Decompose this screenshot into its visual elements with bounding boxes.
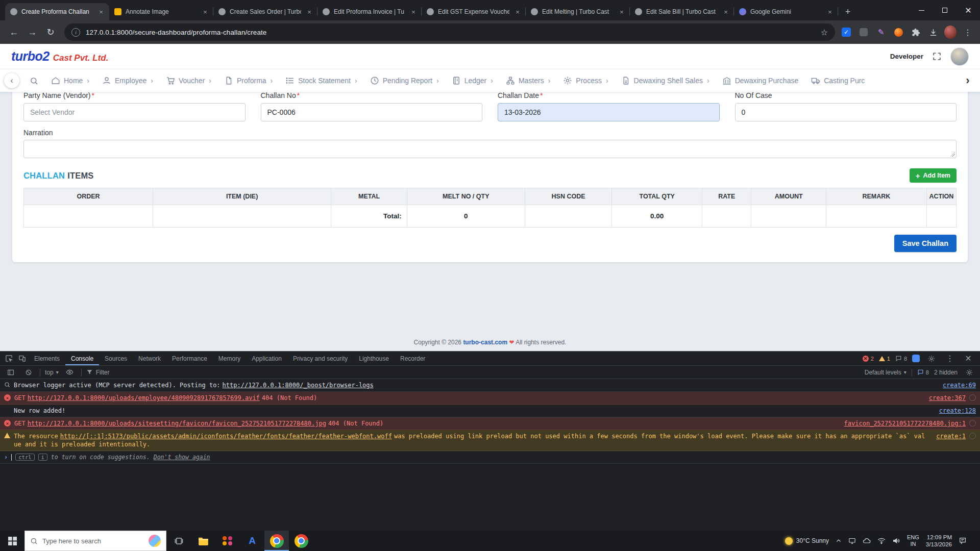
nav-scroll-left-icon[interactable]: ‹: [4, 73, 19, 88]
console-url-link[interactable]: http://127.0.0.1:8000/uploads/sitesettin…: [28, 420, 326, 427]
console-url-link[interactable]: http://127.0.0.1:8000/_boost/browser-log…: [223, 382, 374, 389]
hidden-messages-label[interactable]: 2 hidden: [934, 369, 958, 376]
devtools-tab-memory[interactable]: Memory: [213, 352, 246, 365]
console-source-link[interactable]: favicon_2527521051772278480.jpg:1: [837, 419, 966, 428]
browser-tab[interactable]: Edit Sale Bill | Turbo Cast ×: [630, 3, 734, 20]
log-levels-dropdown[interactable]: Default levels▾: [865, 369, 906, 376]
profile-avatar[interactable]: [944, 26, 957, 38]
console-filter-input[interactable]: Filter: [86, 369, 219, 376]
narration-textarea[interactable]: [23, 140, 957, 158]
cloud-tray-icon[interactable]: [863, 537, 871, 545]
wifi-tray-icon[interactable]: [877, 537, 886, 545]
tab-close-icon[interactable]: ×: [618, 8, 626, 16]
browser-menu-icon[interactable]: ⋮: [962, 26, 974, 38]
devtools-tab-performance[interactable]: Performance: [166, 352, 213, 365]
console-url-link[interactable]: http://[::1]:5173/public/assets/admin/ic…: [60, 433, 392, 440]
ai-assist-icon[interactable]: [969, 394, 976, 401]
extensions-puzzle-icon[interactable]: [910, 26, 922, 38]
nav-item-stock-statement[interactable]: Stock Statement›: [285, 76, 357, 85]
nav-item-home[interactable]: Home›: [51, 76, 89, 85]
devtools-tab-console[interactable]: Console: [65, 352, 99, 365]
company-logo[interactable]: turbo2 Cast Pvt. Ltd.: [11, 49, 108, 64]
volume-tray-icon[interactable]: [892, 537, 900, 545]
taskbar-search-input[interactable]: Type here to search: [24, 531, 166, 551]
tab-close-icon[interactable]: ×: [826, 8, 834, 16]
devtools-tab-network[interactable]: Network: [133, 352, 166, 365]
console-settings-icon[interactable]: [963, 366, 976, 379]
inspect-element-icon[interactable]: [2, 352, 15, 365]
browser-tab[interactable]: Edit GST Expense Vouche ×: [422, 3, 526, 20]
tab-close-icon[interactable]: ×: [513, 8, 522, 16]
address-bar[interactable]: i 127.0.0.1:8000/secure-dashboard/profor…: [64, 23, 835, 41]
error-count-badge[interactable]: ✕2: [863, 356, 874, 362]
devtools-tab-application[interactable]: Application: [246, 352, 287, 365]
pencil-extension-icon[interactable]: ✎: [875, 26, 887, 38]
party-vendor-select[interactable]: Select Vendor: [23, 103, 246, 121]
devtools-settings-icon[interactable]: [925, 352, 938, 365]
maximize-button[interactable]: [933, 0, 957, 20]
chrome-active-button[interactable]: [264, 531, 289, 551]
tab-close-icon[interactable]: ×: [305, 8, 313, 16]
search-highlight-icon[interactable]: [149, 535, 161, 547]
save-challan-button[interactable]: Save Challan: [894, 235, 957, 252]
nav-search-icon[interactable]: [30, 77, 38, 85]
challan-date-input[interactable]: 13-03-2026: [498, 103, 720, 121]
console-source-link[interactable]: create:128: [932, 407, 976, 415]
orange-extension-icon[interactable]: [892, 26, 904, 38]
nav-item-ledger[interactable]: Ledger›: [452, 76, 493, 85]
nav-item-voucher[interactable]: Voucher›: [166, 76, 211, 85]
ai-assist-icon[interactable]: [969, 420, 976, 427]
user-avatar[interactable]: [950, 47, 969, 66]
devtools-tab-lighthouse[interactable]: Lighthouse: [353, 352, 395, 365]
issues-toolbar-badge[interactable]: 8: [917, 369, 929, 375]
url-text[interactable]: 127.0.0.1:8000/secure-dashboard/proforma…: [86, 29, 815, 36]
monitor-tray-icon[interactable]: [848, 537, 856, 545]
minimize-button[interactable]: [910, 0, 933, 20]
tab-close-icon[interactable]: ×: [97, 8, 105, 16]
warning-count-badge[interactable]: 1: [879, 356, 890, 362]
console-source-link[interactable]: create:69: [936, 381, 976, 389]
no-of-case-input[interactable]: 0: [735, 103, 957, 121]
devtools-extension-icon[interactable]: [912, 355, 920, 362]
console-source-link[interactable]: create:367: [922, 394, 966, 402]
new-tab-button[interactable]: +: [840, 4, 855, 19]
office-hub-button[interactable]: [215, 531, 240, 551]
browser-tab[interactable]: Annotate Image ×: [109, 3, 213, 20]
file-explorer-button[interactable]: [191, 531, 215, 551]
pinned-app-a-button[interactable]: A: [240, 531, 264, 551]
browser-tab[interactable]: Create Sales Order | Turbo ×: [213, 3, 317, 20]
issues-count-badge[interactable]: 8: [895, 355, 907, 362]
language-indicator[interactable]: ENG IN: [907, 534, 919, 547]
device-toolbar-icon[interactable]: [15, 352, 29, 365]
task-view-button[interactable]: [166, 531, 191, 551]
nav-item-process[interactable]: Process›: [563, 76, 608, 85]
console-sidebar-icon[interactable]: [4, 366, 17, 379]
start-button[interactable]: [0, 531, 24, 551]
devtools-tab-recorder[interactable]: Recorder: [395, 352, 431, 365]
devtools-tab-privacy[interactable]: Privacy and security: [287, 352, 353, 365]
console-source-link[interactable]: create:1: [929, 432, 966, 440]
reload-icon[interactable]: ↻: [42, 23, 59, 41]
tab-close-icon[interactable]: ×: [201, 8, 209, 16]
hidden-icons-chevron[interactable]: [836, 538, 842, 544]
dont-show-again-link[interactable]: Don't show again: [154, 454, 210, 461]
browser-tab-active[interactable]: Create Proforma Challan ×: [5, 3, 109, 20]
live-expression-eye-icon[interactable]: [63, 366, 77, 379]
chrome-second-button[interactable]: [289, 531, 313, 551]
back-icon[interactable]: ←: [5, 23, 22, 41]
check-extension-icon[interactable]: ✓: [840, 26, 852, 38]
tab-close-icon[interactable]: ×: [409, 8, 418, 16]
ai-assist-icon[interactable]: [969, 433, 976, 439]
challan-no-input[interactable]: PC-0006: [261, 103, 483, 121]
close-button[interactable]: ✕: [957, 0, 980, 20]
nav-item-employee[interactable]: Employee›: [102, 76, 153, 85]
site-link[interactable]: turbo-cast.com: [463, 339, 507, 346]
nav-item-dewaxing-shell-sales[interactable]: Dewaxing Shell Sales›: [621, 76, 709, 85]
nav-item-dewaxing-purchase[interactable]: Dewaxing Purchase: [722, 76, 799, 85]
browser-tab[interactable]: Edit Melting | Turbo Cast ×: [526, 3, 630, 20]
site-info-icon[interactable]: i: [71, 28, 80, 37]
downloads-icon[interactable]: [927, 26, 939, 38]
tab-close-icon[interactable]: ×: [722, 8, 730, 16]
console-prompt[interactable]: › ctrl i to turn on code suggestions. Do…: [0, 451, 980, 464]
nav-scroll-right-icon[interactable]: ›: [960, 71, 976, 90]
